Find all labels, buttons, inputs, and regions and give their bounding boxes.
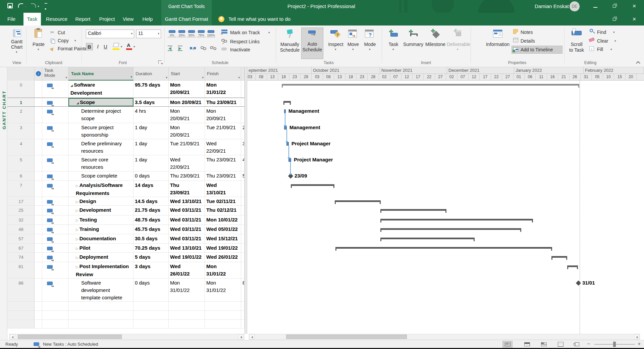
- view-resource-sheet-button[interactable]: [556, 341, 566, 348]
- gantt-bar-summary[interactable]: [335, 247, 552, 249]
- row-number-cell[interactable]: 7: [7, 181, 35, 197]
- tab-file[interactable]: File: [4, 13, 19, 26]
- gantt-bar-summary[interactable]: [291, 184, 334, 186]
- table-row[interactable]: 25▷Development21.75 daysWed 03/11/21Thu …: [7, 206, 245, 215]
- finish-cell[interactable]: Mon 31/01/22: [205, 279, 241, 301]
- timeline-day[interactable]: 12: [469, 74, 480, 80]
- table-row[interactable]: [7, 302, 245, 311]
- row-number-cell[interactable]: [7, 302, 35, 310]
- start-cell[interactable]: Wed 13/10/21: [169, 244, 205, 252]
- gantt-bar-summary[interactable]: [380, 209, 446, 211]
- paste-button[interactable]: Paste ▾: [31, 28, 46, 60]
- timeline-day[interactable]: 23: [357, 74, 368, 80]
- gantt-milestone-icon[interactable]: [576, 281, 581, 286]
- chart-hscrollbar[interactable]: [249, 334, 640, 340]
- start-cell[interactable]: Mon 20/09/21: [169, 81, 205, 97]
- info-cell[interactable]: [35, 225, 42, 234]
- doc-close-button[interactable]: ×: [629, 15, 640, 23]
- duration-cell[interactable]: 45.75 days: [133, 225, 169, 234]
- timeline-day[interactable]: 21: [558, 74, 569, 80]
- start-cell[interactable]: [169, 302, 205, 310]
- predecessors-sliver-cell[interactable]: 8: [241, 279, 245, 301]
- manually-schedule-button[interactable]: Manually Schedule: [279, 28, 301, 60]
- timeline-day[interactable]: 07: [458, 74, 469, 80]
- header-rownum[interactable]: [7, 67, 35, 81]
- zoom-slider-thumb[interactable]: [613, 342, 616, 347]
- table-hscroll-thumb[interactable]: [18, 335, 122, 339]
- undo-icon[interactable]: [18, 3, 23, 8]
- tab-task[interactable]: Task: [23, 13, 41, 26]
- table-row[interactable]: 2Determine project scope4 hrsMon 20/09/2…: [7, 107, 245, 123]
- row-number-cell[interactable]: 1: [7, 98, 35, 106]
- timeline-day[interactable]: 03: [312, 74, 323, 80]
- timeline-day[interactable]: 20: [626, 74, 637, 80]
- table-row[interactable]: [7, 311, 245, 320]
- table-row[interactable]: 17▷Design14.5 daysWed 13/10/21Tue 02/11/…: [7, 197, 245, 206]
- row-number-cell[interactable]: 17: [7, 197, 35, 205]
- timeline-day[interactable]: 08: [256, 74, 267, 80]
- font-size-select[interactable]: 11▾: [136, 30, 161, 38]
- timeline-day[interactable]: 02: [446, 74, 457, 80]
- header-predecessors-sliver[interactable]: [241, 67, 245, 81]
- duration-cell[interactable]: 3 days: [133, 262, 169, 278]
- timeline-month[interactable]: October 2021: [312, 67, 380, 74]
- start-cell[interactable]: Wed 26/01/22: [169, 262, 205, 278]
- header-task-mode[interactable]: TaskMode▾: [42, 67, 68, 81]
- duration-cell[interactable]: 0 days: [133, 171, 169, 181]
- start-cell[interactable]: Wed 03/11/21: [169, 215, 205, 225]
- row-number-cell[interactable]: 0: [7, 81, 35, 97]
- header-finish[interactable]: Finish▾: [205, 67, 241, 81]
- info-cell[interactable]: [35, 311, 42, 319]
- info-cell[interactable]: [35, 253, 42, 262]
- task-name-cell[interactable]: Software development template complete: [68, 279, 133, 301]
- timeline-day[interactable]: 28: [301, 74, 312, 80]
- percent-50-button[interactable]: 50%: [187, 30, 196, 37]
- customize-quick-access-icon[interactable]: ▔▾: [45, 3, 47, 11]
- row-number-cell[interactable]: 2: [7, 107, 35, 123]
- font-family-select[interactable]: Calibri▾: [86, 30, 134, 38]
- collapsed-triangle-icon[interactable]: ▷: [76, 256, 78, 259]
- save-icon[interactable]: [7, 3, 13, 8]
- insert-deliverable-button[interactable]: Deliverable ▾: [447, 28, 469, 60]
- info-cell[interactable]: [35, 181, 42, 197]
- predecessors-sliver-cell[interactable]: [241, 206, 245, 215]
- table-row[interactable]: 7▷Analysis/Software Requirements14 daysT…: [7, 181, 245, 197]
- header-info[interactable]: i: [35, 67, 42, 81]
- gantt-bar-summary[interactable]: [380, 228, 521, 230]
- timeline-month[interactable]: December 2021: [447, 67, 514, 74]
- finish-cell[interactable]: Thu 23/09/21: [205, 171, 241, 181]
- table-row[interactable]: 4Define preliminary resources1 dayTue 21…: [7, 139, 245, 155]
- task-mode-cell[interactable]: [42, 320, 68, 328]
- task-mode-cell[interactable]: [42, 302, 68, 310]
- percent-75-button[interactable]: 75%: [197, 30, 206, 37]
- duration-cell[interactable]: [133, 320, 169, 328]
- start-cell[interactable]: Wed 03/11/21: [169, 225, 205, 234]
- table-row[interactable]: 86Software development template complete…: [7, 279, 245, 302]
- table-row[interactable]: 81▷Post Implementation Review3 daysWed 2…: [7, 262, 245, 279]
- gantt-chart-view-button[interactable]: Gantt Chart ▾: [8, 28, 25, 60]
- auto-schedule-button[interactable]: Auto Schedule: [301, 28, 323, 59]
- predecessors-sliver-cell[interactable]: [241, 262, 245, 278]
- table-hscrollbar[interactable]: [9, 334, 244, 340]
- start-cell[interactable]: Mon 20/09/21: [169, 123, 205, 139]
- timeline-month[interactable]: eptember 2021: [247, 67, 312, 74]
- duration-cell[interactable]: 4 hrs: [133, 107, 169, 123]
- info-cell[interactable]: [35, 139, 42, 155]
- add-to-timeline-button[interactable]: Add to Timeline: [512, 46, 562, 54]
- collapsed-triangle-icon[interactable]: ▷: [76, 228, 78, 232]
- finish-cell[interactable]: Thu 23/09/21: [205, 98, 241, 106]
- task-mode-cell[interactable]: [42, 197, 68, 205]
- timeline-day[interactable]: 12: [401, 74, 413, 80]
- redo-icon[interactable]: [31, 3, 36, 8]
- predecessors-sliver-cell[interactable]: [241, 107, 245, 123]
- info-cell[interactable]: [35, 107, 42, 123]
- insert-summary-button[interactable]: Summary: [402, 28, 424, 60]
- table-hscroll-right-arrow[interactable]: [238, 334, 244, 339]
- finish-cell[interactable]: Wed 19/01/22: [205, 244, 241, 252]
- finish-cell[interactable]: Wed 13/10/21: [205, 181, 241, 197]
- collapsed-triangle-icon[interactable]: ▷: [76, 200, 78, 204]
- tab-help[interactable]: Help: [138, 13, 157, 26]
- timeline-day[interactable]: 16: [547, 74, 558, 80]
- information-button[interactable]: Information: [486, 28, 510, 60]
- task-mode-cell[interactable]: [42, 139, 68, 155]
